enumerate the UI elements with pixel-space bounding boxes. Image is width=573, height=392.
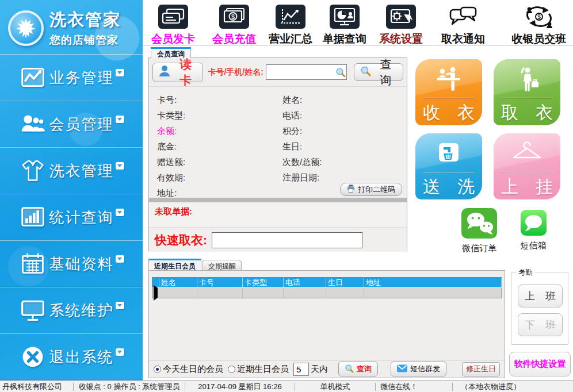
tab-member-query[interactable]: 会员查询: [151, 47, 191, 58]
wechat-orders-shortcut[interactable]: 微信订单: [453, 208, 505, 254]
sms-icon: [521, 210, 547, 238]
chevron-down-icon: [116, 116, 124, 123]
query-button-label: 查询: [375, 57, 397, 88]
search-label: 卡号/手机/姓名:: [208, 67, 263, 78]
tile-hang-up[interactable]: 上 挂: [494, 133, 560, 199]
col-phone: 电话: [284, 278, 326, 287]
toolbar-label: 会员发卡: [151, 32, 195, 47]
system-settings-icon: [386, 3, 416, 30]
member-query-button[interactable]: 查询: [354, 63, 403, 81]
sidebar-item-maintenance[interactable]: 系统维护: [0, 287, 143, 334]
toolbar-button-cashier-shift[interactable]: $ 收银员交班: [511, 0, 567, 47]
bar-chart-icon: [19, 203, 47, 231]
search-icon[interactable]: [335, 67, 346, 80]
field-birthday: 生日:: [282, 141, 407, 152]
status-local-progress: （本地衣物进度）: [453, 383, 573, 391]
sidebar-item-statistics[interactable]: 统计查询: [0, 194, 143, 241]
read-card-button[interactable]: 读卡: [152, 63, 203, 82]
toolbar-button-system-settings[interactable]: 系统设置: [376, 0, 426, 47]
col-card-type: 卡类型: [243, 278, 284, 287]
days-input[interactable]: [293, 363, 309, 376]
birthday-table[interactable]: 姓名 卡号 卡类型 电话 生日 地址: [152, 277, 502, 298]
business-summary-icon: [276, 3, 305, 30]
birthday-controls: 今天生日的会员 近期生日会员 天内 查询 短信群发 修正生日: [149, 360, 505, 378]
toolbar-button-issue-card[interactable]: 会员发卡: [148, 0, 198, 47]
envelope-icon: [397, 364, 407, 374]
search-icon: [345, 364, 354, 375]
field-base-fund: 底金:: [157, 141, 282, 152]
printer-icon: [347, 185, 355, 194]
status-company: 丹枫科技有限公司: [0, 383, 74, 391]
app-subtitle: 您的店铺管家: [49, 33, 121, 48]
members-icon: [19, 110, 47, 138]
app-title: 洗衣管家: [49, 9, 121, 32]
receive-clothes-icon: [415, 66, 482, 93]
member-query-body: 读卡 卡号/手机/姓名: 查询 卡号:姓名: 卡类型:电话: 余额:积: [148, 57, 407, 251]
wechat-icon: [461, 208, 497, 241]
shirt-icon: [19, 157, 47, 185]
sidebar-item-label: 退出系统: [49, 347, 114, 367]
field-register-date: 注册日期:: [282, 172, 407, 183]
status-cashier-operator: 收银点 : 0 操作员 : 系统管理员: [74, 383, 185, 391]
tab-recent-birthdays[interactable]: 近期生日会员: [148, 259, 201, 270]
sms-broadcast-button[interactable]: 短信群发: [391, 362, 446, 376]
toolbar-button-receipt-query[interactable]: 单据查询: [319, 0, 370, 47]
field-name: 姓名:: [282, 95, 407, 106]
chevron-down-icon: [116, 69, 124, 76]
field-card-type: 卡类型:: [157, 110, 282, 121]
person-icon: [158, 64, 171, 80]
member-search-row: 读卡 卡号/手机/姓名: 查询: [149, 58, 407, 87]
quick-pickup-section: 快速取衣:: [149, 228, 407, 252]
field-points: 积分:: [282, 126, 407, 137]
sms-box-label: 短信箱: [521, 240, 547, 251]
sms-box-shortcut[interactable]: 短信箱: [515, 210, 551, 251]
line-chart-icon: [19, 64, 47, 91]
toolbar-button-business-summary[interactable]: 营业汇总: [265, 0, 316, 47]
clock-out-button[interactable]: 下 班: [518, 313, 563, 336]
birthday-query-button[interactable]: 查询: [338, 362, 378, 376]
clock-in-button[interactable]: 上 班: [518, 285, 563, 308]
tab-due-reminder[interactable]: 交期提醒: [203, 260, 242, 270]
birthday-tabs: 近期生日会员 交期提醒: [148, 259, 505, 270]
read-card-label: 读卡: [174, 56, 197, 89]
tile-send-wash[interactable]: 送 洗: [415, 133, 482, 199]
attendance-group: 考勤 上 班 下 班: [511, 272, 568, 345]
radio-today-birthday[interactable]: [154, 366, 161, 373]
monitor-icon: [19, 297, 47, 324]
tile-label: 取 衣: [494, 101, 560, 125]
print-qr-button[interactable]: 打印二维码: [340, 183, 402, 196]
quick-settings-button[interactable]: 软件快捷设置: [509, 352, 571, 376]
sidebar-item-members[interactable]: 会员管理: [0, 101, 143, 148]
radio-recent-birthday[interactable]: [228, 366, 235, 373]
birthday-query-label: 查询: [357, 364, 372, 374]
print-qr-label: 打印二维码: [358, 185, 395, 195]
sidebar-item-label: 统计查询: [49, 207, 114, 228]
quick-pickup-input[interactable]: [212, 232, 362, 248]
receipt-query-icon: [330, 3, 360, 30]
toolbar-label: 会员充值: [212, 32, 256, 47]
toolbar-button-recharge[interactable]: $ 会员充值: [209, 0, 259, 47]
member-search-input[interactable]: [266, 65, 346, 79]
sidebar-item-business[interactable]: 业务管理: [0, 55, 143, 101]
sidebar-item-label: 洗衣管理: [49, 161, 114, 181]
top-toolbar: 会员发卡 $ 会员充值 营业汇总 单据查询 系统设置: [143, 0, 573, 46]
app-logo: 洗衣管家 您的店铺管家: [0, 0, 143, 55]
sidebar-item-laundry[interactable]: 洗衣管理: [0, 148, 143, 194]
field-balance: 余额:: [157, 126, 282, 137]
sidebar-item-basic-data[interactable]: 基础资料: [0, 241, 143, 287]
radio-recent-label: 近期生日会员: [237, 364, 289, 375]
toolbar-button-pickup-notice[interactable]: 取衣通知: [438, 0, 488, 47]
pickup-clothes-icon: [494, 66, 560, 93]
table-row[interactable]: [152, 287, 502, 298]
fix-birthday-button[interactable]: 修正生日: [462, 362, 500, 376]
toolbar-label: 系统设置: [379, 32, 423, 47]
quick-pickup-label: 快速取衣:: [155, 232, 207, 248]
calendar-icon: [19, 250, 47, 278]
sidebar: 洗衣管家 您的店铺管家 业务管理 会员管理 洗衣管理: [0, 0, 143, 381]
member-query-panel: 会员查询 读卡 卡号/手机/姓名: 查询: [148, 47, 407, 251]
tile-receive-clothes[interactable]: 收 衣: [415, 59, 482, 125]
sidebar-item-exit[interactable]: 退出系统: [0, 334, 143, 381]
tile-pickup-clothes[interactable]: 取 衣: [494, 59, 560, 125]
search-icon: [360, 66, 371, 79]
status-mode: 单机模式: [295, 383, 376, 391]
